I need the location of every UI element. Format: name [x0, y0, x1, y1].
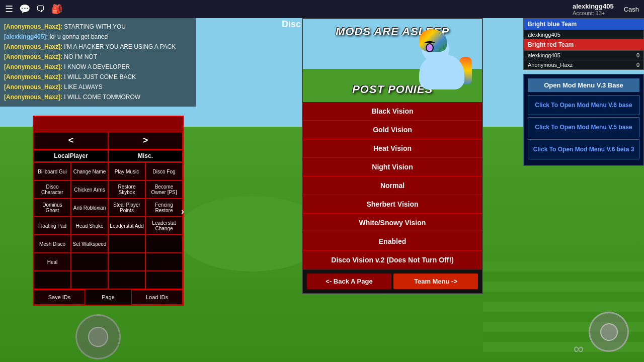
enabled-button[interactable]: Enabled — [303, 232, 482, 251]
chat-name: [Anonymous_Haxz]: — [4, 94, 62, 101]
open-v6-base-button[interactable]: Click To Open Mod Menu V.6 base — [528, 95, 639, 115]
white-snowy-vision-button[interactable]: White/Snowy Vision — [303, 214, 482, 232]
empty-cell — [145, 253, 183, 271]
empty-cell — [145, 235, 183, 253]
billboard-gui-button[interactable]: Billboard Gui — [34, 162, 71, 180]
leaderstat-add-button[interactable]: Leaderstat Add — [108, 217, 145, 235]
center-mod-menu: MODS ARE ASLEEP POST PONIES Black Vision… — [302, 18, 483, 294]
joystick-left[interactable] — [75, 314, 121, 359]
empty-cell — [108, 253, 145, 271]
night-vision-button[interactable]: Night Vision — [303, 158, 482, 176]
expand-arrow[interactable]: › — [181, 206, 184, 217]
chicken-arms-button[interactable]: Chicken Arms — [71, 180, 108, 199]
chat-name: [Anonymous_Haxz]: — [4, 53, 62, 60]
chat-message: [Anonymous_Haxz]: LIKE ALWAYS — [4, 82, 192, 92]
cash-label: Cash — [624, 6, 639, 13]
nav-right-button[interactable]: > — [108, 132, 183, 149]
player-name: alexkingg405 — [528, 52, 560, 58]
pony-illustration — [417, 29, 472, 95]
player-score: 0 — [636, 52, 639, 58]
chat-message: [Anonymous_Haxz]: I WILL COME TOMMOROW — [4, 93, 192, 102]
disc-partial-text: Disc — [282, 19, 301, 30]
play-music-button[interactable]: Play Music — [108, 162, 145, 180]
score-row: alexkingg405 — [524, 30, 643, 39]
heal-button[interactable]: Heal — [34, 253, 71, 271]
right-panel: Bright blue Team alexkingg405 Bright red… — [523, 18, 644, 166]
top-bar-icons: ☰ 💬 🗨 🎒 — [5, 4, 62, 15]
chat-icon[interactable]: 💬 — [19, 4, 30, 15]
sherbert-vision-button[interactable]: Sherbert Vision — [303, 195, 482, 214]
chat-panel: [Anonymous_Haxz]: STARTING WITH YOU [ale… — [0, 18, 196, 107]
player-score: 0 — [636, 62, 639, 68]
chat-text: LIKE ALWAYS — [64, 83, 102, 90]
become-owner-button[interactable]: Become Owner [PS] — [145, 180, 183, 199]
save-ids-button[interactable]: Save IDs — [34, 290, 85, 305]
load-ids-button[interactable]: Load IDs — [131, 290, 183, 305]
empty-cell — [71, 253, 108, 271]
chat-name: [Anonymous_Haxz]: — [4, 63, 62, 70]
joystick-left-inner — [88, 327, 108, 347]
empty-cell — [34, 271, 71, 289]
nav-left-button[interactable]: < — [34, 132, 108, 149]
back-page-button[interactable]: <- Back A Page — [307, 274, 391, 289]
left-mod-menu: < > LocalPlayer Misc. Billboard Gui Chan… — [33, 116, 184, 306]
score-row: Anonymous_Haxz 0 — [524, 60, 643, 69]
empty-cell — [145, 271, 183, 289]
infinity-icon: ∞ — [574, 341, 584, 357]
pony-eye — [426, 43, 434, 52]
emote-icon[interactable]: 🗨 — [36, 4, 45, 15]
page-label: Page — [85, 292, 131, 302]
chat-message: [Anonymous_Haxz]: I WILL JUST COME BACK — [4, 72, 192, 81]
localplayer-header: LocalPlayer — [34, 150, 108, 162]
black-vision-button[interactable]: Black Vision — [303, 102, 482, 121]
fencing-restore-button[interactable]: Fencing Restore — [145, 199, 183, 217]
set-walkspeed-button[interactable]: Set Walkspeed — [71, 235, 108, 253]
chat-name: [Anonymous_Haxz]: — [4, 23, 62, 30]
username: alexkingg405 — [573, 3, 614, 10]
backpack-icon[interactable]: 🎒 — [51, 4, 62, 15]
team-menu-button[interactable]: Team Menu -> — [393, 274, 478, 289]
chat-name: [Anonymous_Haxz]: — [4, 43, 62, 50]
restore-skybox-button[interactable]: Restore Skybox — [108, 180, 145, 199]
score-row: alexkingg405 0 — [524, 50, 643, 60]
joystick-right[interactable] — [589, 312, 629, 352]
chat-message: [Anonymous_Haxz]: I'M A HACKER YOU ARE U… — [4, 42, 192, 51]
disco-fog-button[interactable]: Disco Fog — [145, 162, 183, 180]
blue-team-header: Bright blue Team — [524, 19, 643, 30]
leaderstat-change-button[interactable]: Leaderstat Change — [145, 217, 183, 235]
player-name: Anonymous_Haxz — [528, 62, 573, 68]
account-type: Account: 13+ — [573, 10, 614, 16]
mesh-disco-button[interactable]: Mesh Disco — [34, 235, 71, 253]
center-menu-footer: <- Back A Page Team Menu -> — [303, 269, 482, 293]
mod-menu-open-panel: Open Mod Menu V.3 Base Click To Open Mod… — [523, 74, 644, 166]
chat-message: [Anonymous_Haxz]: NO I'M NOT — [4, 52, 192, 61]
pony-lashes — [425, 41, 435, 44]
floating-pad-button[interactable]: Floating Pad — [34, 217, 71, 235]
open-v6-beta3-button[interactable]: Click To Open Mod Menu V.6 beta 3 — [528, 139, 639, 159]
anti-robloxian-button[interactable]: Anti Robloxian — [71, 199, 108, 217]
dominus-ghost-button[interactable]: Dominus Ghost — [34, 199, 71, 217]
heat-vision-button[interactable]: Heat Vision — [303, 139, 482, 158]
menu-nav: < > — [34, 132, 183, 150]
menu-grid: Billboard Gui Change Name Play Music Dis… — [34, 162, 183, 289]
disco-character-button[interactable]: Disco Character — [34, 180, 71, 199]
menu-footer: Save IDs Page Load IDs — [34, 289, 183, 305]
gold-vision-button[interactable]: Gold Vision — [303, 121, 482, 139]
steal-player-points-button[interactable]: Steal Player Points — [108, 199, 145, 217]
chat-message: [Anonymous_Haxz]: I KNOW A DEVELOPER — [4, 62, 192, 71]
disco-vision-button[interactable]: Disco Vision v.2 (Does Not Turn Off!) — [303, 251, 482, 269]
chat-name: [Anonymous_Haxz]: — [4, 73, 62, 80]
head-shake-button[interactable]: Head Shake — [71, 217, 108, 235]
empty-cell — [108, 235, 145, 253]
scoreboard: Bright blue Team alexkingg405 Bright red… — [523, 18, 644, 70]
change-name-button[interactable]: Change Name — [71, 162, 108, 180]
user-info: alexkingg405 Account: 13+ — [573, 3, 614, 16]
center-banner: MODS ARE ASLEEP POST PONIES — [303, 19, 482, 102]
hamburger-icon[interactable]: ☰ — [5, 4, 13, 15]
normal-button[interactable]: Normal — [303, 176, 482, 195]
top-bar: ☰ 💬 🗨 🎒 alexkingg405 Account: 13+ Cash — [0, 0, 644, 18]
mod-menu-panel-title: Open Mod Menu V.3 Base — [528, 78, 639, 92]
chat-message: [Anonymous_Haxz]: STARTING WITH YOU — [4, 22, 192, 31]
open-v5-base-button[interactable]: Click To Open Mod Menu V.5 base — [528, 117, 639, 137]
empty-cell — [71, 271, 108, 289]
